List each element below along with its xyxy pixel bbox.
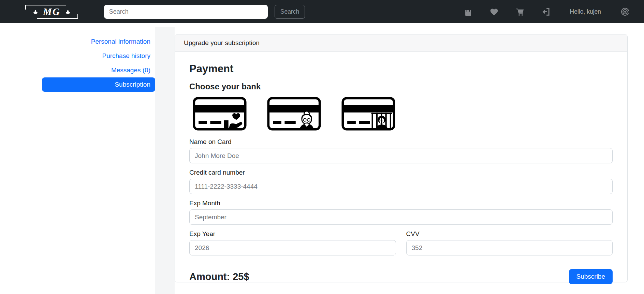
flower-icon: [32, 8, 39, 15]
account-sidebar: Personal information Purchase history Me…: [15, 27, 155, 294]
bank-option-hand-heart[interactable]: [193, 97, 247, 131]
subscription-card: Upgrade your subscription Payment Choose…: [175, 34, 628, 282]
prisoner-behind-bars-card-icon: [341, 97, 395, 131]
sign-out-icon[interactable]: [541, 7, 551, 16]
bank-options: [193, 97, 613, 131]
exp-month-label: Exp Month: [189, 200, 613, 207]
choose-bank-title: Choose your bank: [189, 82, 613, 91]
cvv-label: CVV: [406, 230, 613, 238]
exp-year-field: Exp Year: [189, 230, 396, 255]
sync-icon[interactable]: [620, 7, 630, 16]
grandma-card-icon: [267, 97, 321, 131]
search-input[interactable]: [104, 5, 268, 19]
sidebar-item-subscription-active[interactable]: Subscription: [42, 77, 155, 92]
name-on-card-field: Name on Card: [189, 138, 613, 163]
card-number-field: Credit card number: [189, 169, 613, 194]
column-gutter: [155, 27, 175, 294]
sidebar-item-personal-information[interactable]: Personal information: [86, 34, 155, 49]
heart-icon[interactable]: [489, 7, 499, 16]
search-button[interactable]: Search: [275, 5, 305, 19]
exp-month-field: Exp Month: [189, 200, 613, 225]
amount-label: Amount: 25$: [189, 271, 249, 282]
page-content: Personal information Purchase history Me…: [0, 27, 644, 294]
subscribe-button[interactable]: Subscribe: [569, 269, 613, 284]
payment-title: Payment: [189, 63, 613, 75]
sidebar-item-messages[interactable]: Messages (0): [106, 63, 155, 77]
user-greeting: Hello, kujen: [570, 8, 601, 15]
name-on-card-input[interactable]: [189, 148, 613, 163]
logo-text: MG: [42, 7, 61, 17]
flower-icon: [64, 8, 71, 15]
exp-month-input[interactable]: [189, 209, 613, 225]
cvv-input[interactable]: [406, 240, 613, 255]
card-header: Upgrade your subscription: [175, 34, 627, 52]
exp-year-label: Exp Year: [189, 230, 396, 238]
cart-icon[interactable]: [515, 7, 525, 16]
bag-icon[interactable]: [464, 7, 473, 16]
sidebar-item-purchase-history[interactable]: Purchase history: [97, 49, 155, 63]
name-on-card-label: Name on Card: [189, 138, 613, 146]
navbar-right-group: Hello, kujen: [464, 7, 630, 16]
site-logo[interactable]: MG: [25, 3, 78, 21]
cvv-field: CVV: [406, 230, 613, 255]
bank-option-grandma[interactable]: [267, 97, 321, 131]
exp-year-cvv-row: Exp Year CVV: [189, 230, 613, 261]
card-body: Payment Choose your bank: [175, 52, 627, 284]
exp-year-input[interactable]: [189, 240, 396, 255]
bank-option-prisoner[interactable]: [341, 97, 395, 131]
card-number-input[interactable]: [189, 179, 613, 194]
top-navbar: MG Search Hello, k: [0, 0, 644, 23]
hand-heart-card-icon: [193, 97, 247, 131]
amount-row: Amount: 25$ Subscribe: [189, 269, 613, 284]
card-number-label: Credit card number: [189, 169, 613, 176]
